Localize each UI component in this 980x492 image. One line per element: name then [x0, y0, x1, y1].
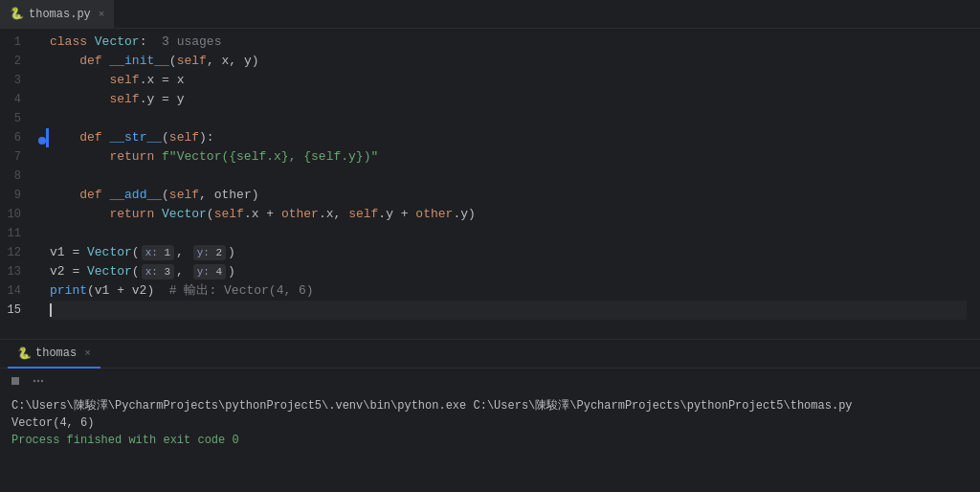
- code-line-11: [50, 224, 967, 243]
- token-kw: class: [50, 33, 95, 52]
- token-op: ,: [199, 186, 214, 205]
- code-line-3: self.x = x: [50, 71, 967, 90]
- token-param: y: [244, 52, 252, 71]
- code-content[interactable]: class Vector: 3 usages def __init__(self…: [46, 33, 967, 335]
- token-kw: def: [50, 186, 109, 205]
- token-op: (: [207, 205, 214, 224]
- editor-main: 123456789101112131415 class Vector: 3 us…: [0, 29, 980, 339]
- code-line-14: print(v1 + v2) # 輸出: Vector(4, 6): [50, 281, 967, 301]
- svg-point-3: [41, 380, 43, 382]
- more-options-button[interactable]: [31, 373, 46, 389]
- line-number-15: 15: [0, 301, 29, 320]
- token-self-kw: self: [177, 52, 207, 71]
- bottom-tab-thomas[interactable]: 🐍 thomas ×: [8, 340, 100, 369]
- line-number-3: 3: [0, 71, 29, 90]
- line-number-14: 14: [0, 281, 29, 301]
- token-op: (: [132, 243, 140, 262]
- token-self-kw: self: [214, 205, 244, 224]
- token-self-kw: self: [169, 186, 199, 205]
- token-self-kw: other: [415, 205, 453, 224]
- stop-button[interactable]: [8, 373, 23, 389]
- token-self-kw: self: [109, 71, 139, 90]
- bottom-toolbar: [0, 369, 980, 393]
- bottom-python-icon: 🐍: [17, 347, 31, 360]
- token-op: [50, 71, 109, 90]
- token-var: v1 =: [50, 243, 87, 262]
- line-number-1: 1: [0, 33, 29, 52]
- token-kw: def: [50, 52, 109, 71]
- token-cls: Vector: [87, 262, 132, 281]
- token-self-kw: self: [348, 205, 378, 224]
- token-op: .y +: [378, 205, 415, 224]
- line-number-8: 8: [0, 167, 29, 186]
- token-op: :: [140, 33, 147, 52]
- line-number-11: 11: [0, 224, 29, 243]
- code-line-8: [50, 167, 967, 186]
- code-line-5: [50, 109, 967, 128]
- token-op: (: [162, 128, 169, 147]
- breakpoint-col: [38, 33, 46, 335]
- terminal-line-3: Process finished with exit code 0: [11, 432, 969, 449]
- line-number-2: 2: [0, 52, 29, 71]
- token-self-kw: self: [109, 90, 139, 109]
- token-kw: return: [50, 147, 162, 167]
- line-number-5: 5: [0, 109, 29, 128]
- code-line-15: [50, 301, 967, 320]
- token-cls: Vector: [87, 243, 132, 262]
- token-fstring: f"Vector({self.x}, {self.y})": [162, 147, 378, 167]
- terminal-line-0: C:\Users\陳駿澤\PycharmProjects\pythonProje…: [11, 397, 969, 414]
- token-fn-special: __add__: [109, 186, 162, 205]
- token-op: .y): [453, 205, 475, 224]
- token-kw: def: [50, 128, 109, 147]
- token-fn-special: __str__: [109, 128, 162, 147]
- minimap-scrollbar: [967, 29, 980, 339]
- token-param: x: [221, 52, 229, 71]
- token-param: other: [214, 186, 252, 205]
- token-self-kw: other: [281, 205, 319, 224]
- token-fn-special: __init__: [109, 52, 168, 71]
- bottom-tab-close[interactable]: ×: [84, 347, 91, 359]
- top-tab-close[interactable]: ×: [99, 9, 105, 20]
- token-op: ): [228, 243, 235, 262]
- svg-point-1: [33, 380, 35, 382]
- top-tab-thomas-py[interactable]: 🐍 thomas.py ×: [0, 0, 115, 29]
- bottom-tab-label: thomas: [35, 347, 77, 360]
- code-editor[interactable]: 123456789101112131415 class Vector: 3 us…: [0, 29, 967, 339]
- breakpoint-dot-line-6: [38, 137, 46, 145]
- token-op: ): [252, 52, 259, 71]
- inlay-hint: x: 3: [142, 264, 174, 280]
- line-numbers: 123456789101112131415: [0, 33, 38, 335]
- line-number-9: 9: [0, 186, 29, 205]
- line-number-12: 12: [0, 243, 29, 262]
- token-op: (: [162, 186, 169, 205]
- text-cursor: [50, 303, 52, 317]
- terminal-line-1: Vector(4, 6): [11, 414, 969, 432]
- line-number-10: 10: [0, 205, 29, 224]
- token-op: ):: [199, 128, 221, 147]
- code-line-12: v1 = Vector(x: 1, y: 2): [50, 243, 967, 262]
- token-op: [50, 90, 109, 109]
- inlay-hint: x: 1: [142, 245, 174, 260]
- code-lines: 123456789101112131415 class Vector: 3 us…: [0, 29, 967, 339]
- inlay-hint: y: 4: [193, 264, 226, 280]
- line-number-13: 13: [0, 262, 29, 281]
- code-line-4: self.y = y: [50, 90, 967, 109]
- inlay-hint: y: 2: [193, 245, 226, 260]
- top-tab-label: thomas.py: [29, 8, 91, 21]
- code-line-13: v2 = Vector(x: 3, y: 4): [50, 262, 967, 281]
- svg-rect-0: [11, 377, 19, 385]
- token-kw: return: [50, 205, 162, 224]
- token-cls: Vector: [162, 205, 207, 224]
- token-op: (: [132, 262, 140, 281]
- token-var: v2 =: [50, 262, 87, 281]
- svg-point-2: [37, 380, 39, 382]
- token-op: ,: [229, 52, 244, 71]
- code-line-10: return Vector(self.x + other.x, self.y +…: [50, 205, 967, 224]
- code-line-7: return f"Vector({self.x}, {self.y})": [50, 147, 967, 167]
- code-line-6: def __str__(self):: [50, 128, 967, 147]
- token-op: .x,: [319, 205, 348, 224]
- bottom-tab-bar: 🐍 thomas ×: [0, 340, 980, 369]
- terminal-content: C:\Users\陳駿澤\PycharmProjects\pythonProje…: [0, 393, 980, 492]
- token-op: .y = y: [140, 90, 185, 109]
- code-line-9: def __add__(self, other): [50, 186, 967, 205]
